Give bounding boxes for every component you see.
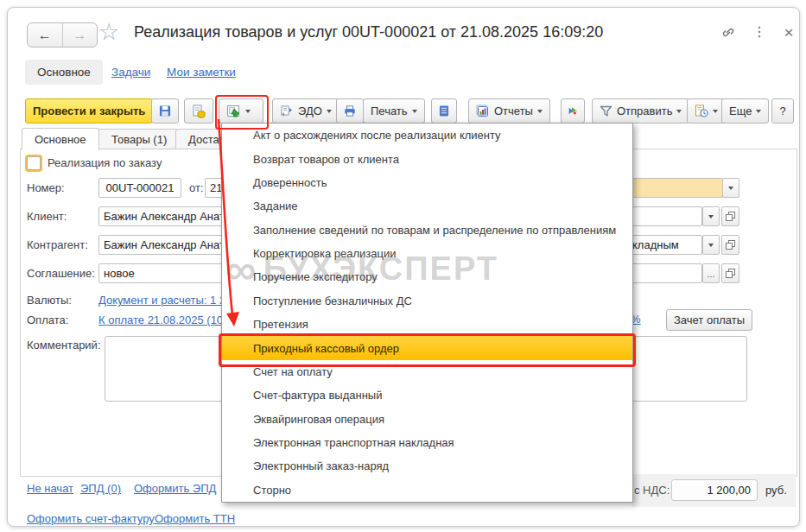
number-input[interactable] — [98, 178, 181, 198]
order-checkbox-label: Реализация по заказу — [48, 156, 162, 169]
menu-item[interactable]: Акт о расхождениях после реализации клие… — [222, 124, 632, 147]
menu-item[interactable]: Счет на оплату — [222, 360, 632, 383]
dropdown-caret-icon — [756, 110, 761, 113]
right-field-2-open-button[interactable] — [721, 206, 739, 226]
payment-link[interactable]: К оплате 21.08.2025 (10 — [98, 314, 223, 326]
business-process-button[interactable] — [561, 98, 585, 124]
send-button[interactable]: Отправить — [592, 98, 689, 124]
print-icon-button[interactable] — [336, 98, 364, 124]
menu-item[interactable]: Возврат товаров от клиента — [222, 147, 632, 170]
forward-button[interactable]: → — [63, 23, 98, 47]
dropdown-caret-icon — [412, 110, 417, 113]
dropdown-caret-icon — [713, 110, 718, 113]
menu-item[interactable]: Сторно — [222, 478, 632, 502]
vat-label: с НДС: — [634, 484, 670, 497]
dropdown-caret-icon — [537, 110, 543, 113]
funnel-icon — [600, 105, 612, 117]
menu-item[interactable]: Задание — [222, 194, 632, 218]
settlement-dropdown-button[interactable] — [702, 235, 720, 255]
edo-icon — [280, 104, 294, 117]
post-document-button[interactable] — [184, 98, 213, 124]
make-epd-link[interactable]: Оформить ЭПД — [134, 482, 216, 495]
report-chart-icon — [476, 104, 490, 118]
open-form-icon — [726, 212, 735, 221]
help-button[interactable]: ? — [771, 98, 794, 124]
back-button[interactable]: ← — [28, 23, 63, 47]
settlement-open-button[interactable] — [721, 235, 739, 255]
open-form-icon — [726, 240, 735, 250]
reports-button[interactable]: Отчеты — [468, 98, 550, 124]
post-document-icon — [192, 104, 206, 118]
back-icon: ← — [38, 28, 52, 43]
epd-link[interactable]: ЭПД (0) — [80, 482, 121, 495]
nav-link-tasks[interactable]: Задачи — [111, 66, 150, 79]
tab-goods[interactable]: Товары (1) — [98, 129, 180, 149]
open-form-icon — [726, 269, 735, 278]
right-field-4-open-button[interactable] — [721, 263, 739, 283]
menu-item[interactable]: Корректировка реализации — [222, 242, 632, 265]
vat-total-field: 1 200,00 — [671, 479, 758, 501]
nav-tab-main[interactable]: Основное — [25, 60, 103, 85]
payment-offset-button[interactable]: Зачет оплаты — [666, 309, 752, 331]
window-menu-dots-icon[interactable]: ⋮ — [749, 23, 770, 40]
menu-item[interactable]: Поручение экспедитору — [222, 265, 632, 288]
more-button[interactable]: Еще — [721, 98, 769, 124]
menu-item[interactable]: Поступление безналичных ДС — [222, 289, 632, 313]
dropdown-caret-icon — [708, 244, 714, 247]
tab-main[interactable]: Основное — [22, 128, 99, 150]
close-icon[interactable]: × — [778, 23, 799, 42]
dropdown-caret-icon — [728, 187, 733, 190]
colored-arrows-icon — [568, 104, 577, 117]
right-field-4-ellipsis-button[interactable]: ... — [702, 263, 720, 283]
dropdown-caret-icon — [676, 110, 682, 113]
get-link-icon[interactable] — [718, 23, 739, 43]
screenshot-root: ← → ☆ Реализация товаров и услуг 00UT-00… — [0, 0, 806, 532]
organization-dropdown-button[interactable] — [722, 178, 739, 198]
menu-item[interactable]: Заполнение сведений по товарам и распред… — [222, 218, 632, 242]
print-label: Печать — [371, 104, 408, 117]
print-button[interactable]: Печать — [363, 98, 425, 124]
currency-label: руб. — [765, 484, 787, 497]
floppy-icon — [159, 104, 171, 117]
date-label: от: — [189, 181, 204, 194]
create-based-on-button[interactable] — [219, 98, 263, 124]
create-based-on-menu: Акт о расхождениях после реализации клие… — [221, 123, 633, 503]
menu-item[interactable]: Счет-фактура выданный — [222, 383, 632, 407]
forward-icon: → — [73, 28, 86, 43]
dropdown-caret-icon — [327, 110, 332, 113]
order-checkbox[interactable] — [27, 156, 41, 170]
menu-item[interactable]: Электронная транспортная накладная — [222, 431, 632, 454]
favorite-star-icon[interactable]: ☆ — [98, 19, 119, 45]
menu-item[interactable]: Претензия — [222, 313, 632, 336]
menu-item[interactable]: Доверенность — [222, 171, 632, 194]
contractor-label: Контрагент: — [27, 238, 88, 251]
document-window: ← → ☆ Реализация товаров и услуг 00UT-00… — [7, 7, 800, 527]
reports-label: Отчеты — [494, 104, 533, 117]
currencies-link[interactable]: Документ и расчеты: 1 2 — [98, 294, 225, 307]
document-clock-icon — [695, 104, 708, 117]
document-structure-button[interactable] — [431, 98, 457, 124]
more-label: Еще — [729, 104, 752, 117]
menu-item-cash-receipt[interactable]: Приходный кассовый ордер — [222, 336, 632, 359]
save-button[interactable] — [151, 98, 179, 124]
dropdown-caret-icon — [708, 215, 714, 218]
post-and-close-button[interactable]: Провести и закрыть — [25, 98, 153, 124]
edo-button[interactable]: ЭДО — [272, 98, 340, 124]
right-field-2-dropdown-button[interactable] — [702, 206, 720, 226]
history-nav: ← → — [27, 22, 98, 48]
dropdown-caret-icon — [245, 110, 251, 113]
list-icon — [439, 104, 449, 117]
edo-status-link[interactable]: Не начат — [27, 482, 73, 495]
client-label: Клиент: — [27, 210, 67, 223]
chain-icon — [720, 23, 736, 39]
currencies-label: Валюты: — [27, 294, 72, 307]
printer-icon — [344, 104, 356, 117]
create-based-on-icon — [226, 104, 241, 118]
scheduled-docs-button[interactable] — [687, 98, 726, 124]
menu-item[interactable]: Эквайринговая операция — [222, 408, 632, 431]
make-invoice-link[interactable]: Оформить счет-фактуру — [27, 512, 155, 525]
nav-link-notes[interactable]: Мои заметки — [167, 66, 236, 79]
menu-item[interactable]: Электронный заказ-наряд — [222, 454, 632, 478]
send-label: Отправить — [617, 104, 672, 117]
make-ttn-link[interactable]: Оформить ТТН — [155, 512, 235, 525]
